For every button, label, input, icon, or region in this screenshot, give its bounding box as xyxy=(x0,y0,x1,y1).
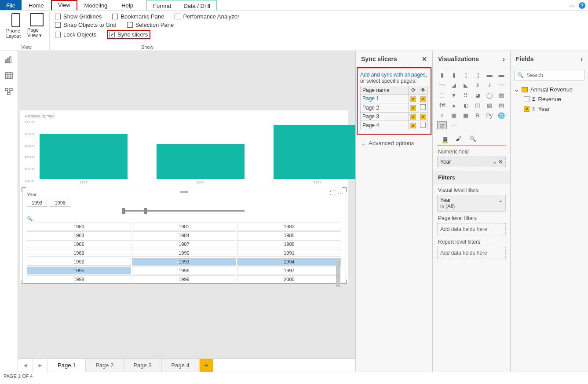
phone-layout-button[interactable]: Phone Layout xyxy=(6,12,26,39)
bar-1994[interactable] xyxy=(157,144,245,179)
selection-pane-checkbox[interactable]: Selection Pane xyxy=(127,22,174,28)
range-to-input[interactable]: 1996 xyxy=(50,199,70,207)
multi-card-icon[interactable]: ▥ xyxy=(485,101,494,109)
treemap-icon[interactable]: ▦ xyxy=(497,91,506,99)
custom-icon[interactable]: ▧ xyxy=(437,121,447,129)
visible-checkbox[interactable] xyxy=(418,103,428,112)
chevron-right-icon[interactable]: › xyxy=(581,55,583,62)
map-icon[interactable]: 🗺 xyxy=(437,101,447,109)
ribbon-icon[interactable]: 〰 xyxy=(497,81,506,89)
year-cell-1984[interactable]: 1984 xyxy=(132,231,236,239)
bookmarks-pane-checkbox[interactable]: Bookmarks Pane xyxy=(112,13,164,20)
donut-icon[interactable]: ◯ xyxy=(485,91,494,99)
area-icon[interactable]: ◢ xyxy=(449,81,459,89)
sync-row-page-4[interactable]: Page 4 xyxy=(361,121,409,130)
format-tab-icon[interactable]: 🖌 xyxy=(456,135,461,143)
sync-hint-link[interactable]: Add and sync with all pages, xyxy=(360,72,428,78)
year-cell-1982[interactable]: 1982 xyxy=(237,223,341,230)
stacked-bar-icon[interactable]: ▮ xyxy=(437,71,447,79)
year-cell-1985[interactable]: 1985 xyxy=(237,231,341,239)
data-view-icon[interactable] xyxy=(5,72,13,79)
line-column2-icon[interactable]: ⫫ xyxy=(485,81,494,89)
close-icon[interactable]: ✕ xyxy=(422,55,427,62)
chevron-up-icon[interactable]: ︿ xyxy=(570,1,575,9)
visual-filter-year[interactable]: Year⌄ is (All) xyxy=(437,195,506,212)
chevron-right-icon[interactable]: › xyxy=(503,55,505,62)
more-options-icon[interactable]: ⋯ xyxy=(338,190,343,196)
analytics-tab-icon[interactable]: 🔍 xyxy=(469,135,476,143)
year-cell-1997[interactable]: 1997 xyxy=(237,267,341,274)
sync-checkbox[interactable]: ✔ xyxy=(409,121,418,130)
year-cell-1981[interactable]: 1981 xyxy=(132,223,236,230)
visible-checkbox[interactable]: ✔ xyxy=(418,95,428,103)
year-cell-1989[interactable]: 1989 xyxy=(27,249,131,257)
snap-objects-checkbox[interactable]: Snap Objects to Grid xyxy=(55,22,117,28)
sync-header-icon[interactable]: ⟳ xyxy=(409,86,418,95)
card-icon[interactable]: ◫ xyxy=(473,101,482,109)
bar-1993[interactable] xyxy=(40,134,128,179)
drag-handle-icon[interactable] xyxy=(180,191,188,194)
page-next-button[interactable]: ► xyxy=(33,359,48,372)
slicer-search[interactable]: 🔍 xyxy=(27,216,341,222)
year-cell-1994[interactable]: 1994 xyxy=(237,258,341,266)
help-icon[interactable]: ? xyxy=(579,2,585,9)
py-visual-icon[interactable]: Py xyxy=(485,111,494,119)
year-slicer[interactable]: ⛶ ⋯ Year 1993 1996 🔍 1980198119821983198… xyxy=(22,188,346,284)
clustered-bar-icon[interactable]: ▮ xyxy=(449,71,459,79)
year-cell-1987[interactable]: 1987 xyxy=(132,240,236,248)
line-column-icon[interactable]: ⫫ xyxy=(473,81,482,89)
year-cell-1980[interactable]: 1980 xyxy=(27,223,131,230)
stacked-column-icon[interactable]: ▯ xyxy=(461,71,471,79)
filled-map-icon[interactable]: ▲ xyxy=(449,101,459,109)
range-from-input[interactable]: 1993 xyxy=(27,199,47,207)
menu-home[interactable]: Home xyxy=(22,0,51,10)
slicer-icon[interactable]: ▿ xyxy=(437,111,447,119)
year-cell-1995[interactable]: 1995 xyxy=(27,267,131,274)
menu-datadrill[interactable]: Data / Drill xyxy=(177,0,216,10)
bar-1995[interactable] xyxy=(274,125,355,179)
page-view-button[interactable]: Page View ▾ xyxy=(27,12,47,39)
menu-view[interactable]: View xyxy=(51,0,77,10)
numeric-field-well[interactable]: Year⌄ ✕ xyxy=(437,157,506,167)
report-view-icon[interactable] xyxy=(5,56,13,63)
menu-file[interactable]: File xyxy=(0,0,22,10)
page-tab-3[interactable]: Page 3 xyxy=(124,359,161,372)
fields-tab-icon[interactable]: ▦ xyxy=(442,135,448,143)
sync-checkbox[interactable]: ✔ xyxy=(409,95,418,103)
sync-row-page-3[interactable]: Page 3 xyxy=(361,112,409,121)
page-filter-well[interactable]: Add data fields here xyxy=(437,223,506,235)
r-visual-icon[interactable]: R xyxy=(473,111,482,119)
year-cell-1983[interactable]: 1983 xyxy=(27,231,131,239)
year-cell-1998[interactable]: 1998 xyxy=(27,275,131,282)
line-icon[interactable]: 〰 xyxy=(437,81,447,89)
visible-header-icon[interactable]: 👁 xyxy=(418,86,428,95)
performance-analyzer-checkbox[interactable]: Performance Analyzer xyxy=(175,13,239,20)
visible-checkbox[interactable]: ✔ xyxy=(418,112,428,121)
clustered-column-icon[interactable]: ▯ xyxy=(473,71,482,79)
report-filter-well[interactable]: Add data fields here xyxy=(437,247,506,259)
kpi-icon[interactable]: ▤ xyxy=(497,101,506,109)
page-prev-button[interactable]: ◄ xyxy=(18,359,33,372)
year-cell-1986[interactable]: 1986 xyxy=(27,240,131,248)
table-annual-revenue[interactable]: ⌄Annual Revenue xyxy=(514,85,584,94)
visible-checkbox[interactable] xyxy=(418,121,428,130)
scatter-icon[interactable]: ⠿ xyxy=(461,91,471,99)
menu-modeling[interactable]: Modeling xyxy=(77,0,115,10)
year-cell-1991[interactable]: 1991 xyxy=(237,249,341,257)
bar-chart[interactable]: Revenue by Year $1.0M$0.8M$0.6M$0.4M$0.2… xyxy=(20,110,348,186)
year-cell-1999[interactable]: 1999 xyxy=(132,275,236,282)
year-cell-1993[interactable]: 1993 xyxy=(132,258,236,266)
gauge-icon[interactable]: ◐ xyxy=(461,101,471,109)
waterfall-icon[interactable]: ⬚ xyxy=(437,91,447,99)
page-tab-4[interactable]: Page 4 xyxy=(162,359,200,372)
lock-objects-checkbox[interactable]: Lock Objects xyxy=(55,30,96,39)
page-tab-2[interactable]: Page 2 xyxy=(86,359,124,372)
year-cell-2000[interactable]: 2000 xyxy=(237,275,341,282)
slider-thumb-right[interactable] xyxy=(144,208,147,214)
field-year[interactable]: ✔ΣYear xyxy=(514,104,584,113)
sync-checkbox[interactable]: ✔ xyxy=(409,112,418,121)
100-column-icon[interactable]: ▬ xyxy=(497,71,506,79)
slider-thumb-left[interactable] xyxy=(122,208,125,214)
table-icon[interactable]: ▦ xyxy=(449,111,459,119)
menu-format[interactable]: Format xyxy=(147,0,177,10)
